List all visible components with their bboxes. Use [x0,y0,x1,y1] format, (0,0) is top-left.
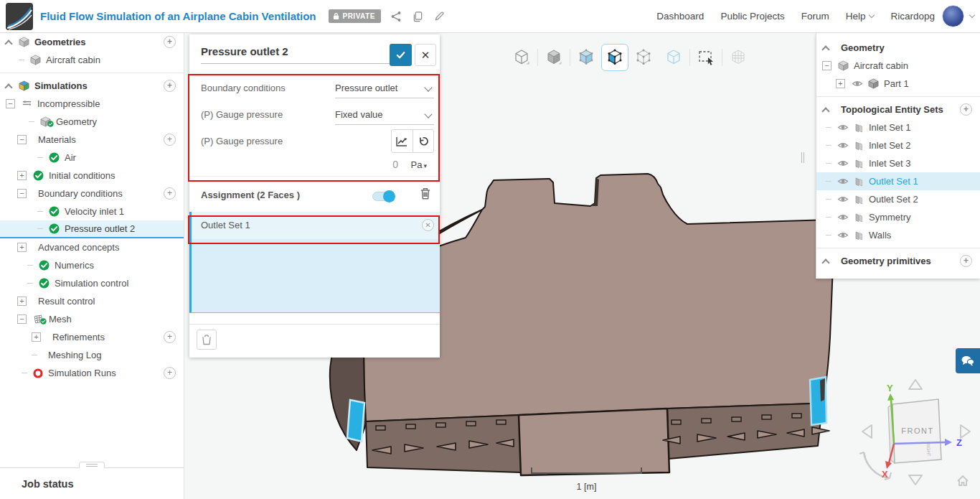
expander-plus-icon[interactable]: + [836,79,845,88]
section-header-topological-entity-sets[interactable]: Topological Entity Sets+ [816,101,980,118]
toolbar-select-vertex-button[interactable] [659,45,689,70]
section-header-geometry-primitives[interactable]: Geometry primitives+ [816,252,980,270]
assignment-toggle[interactable] [372,192,394,201]
clear-selection-button[interactable] [197,330,217,350]
section-header-geometries[interactable]: Geometries+ [0,33,184,51]
visibility-eye-icon[interactable] [837,213,849,222]
add-button[interactable]: + [164,331,176,343]
cancel-button[interactable]: ✕ [415,44,436,66]
toolbar-select-edge-button[interactable] [628,45,659,70]
tree-item-inlet-set-1[interactable]: Inlet Set 1 [816,118,980,136]
tree-item-outlet-set-1[interactable]: Outlet Set 1 [816,172,980,190]
expander-plus-icon[interactable]: + [17,297,27,306]
expander-plus-icon[interactable]: + [17,171,27,180]
tree-item-incompressible[interactable]: −Incompressible [0,95,184,113]
tree-item-geometry[interactable]: Geometry [0,113,184,131]
simscale-logo[interactable] [6,3,33,30]
nav-ricardopg[interactable]: Ricardopg [890,11,935,22]
add-button[interactable]: + [164,36,176,48]
nav-dashboard[interactable]: Dashboard [656,11,704,22]
visibility-eye-icon[interactable] [837,195,849,204]
nav-help[interactable]: Help [846,11,875,22]
tree-item-walls[interactable]: Walls [816,226,980,244]
add-button[interactable]: + [164,134,176,146]
section-header-simulations[interactable]: Simulations+ [0,77,184,95]
project-title[interactable]: Fluid Flow Simulation of an Airplane Cab… [40,10,316,22]
expander-minus-icon[interactable]: − [6,99,15,108]
rotate-down-arrow[interactable] [909,475,922,485]
aisle-box[interactable] [519,409,669,475]
chevron-up-icon[interactable] [821,107,829,115]
dropdown-fixed-value[interactable]: Fixed value [335,104,434,125]
rotate-left-arrow[interactable] [862,425,872,438]
tree-item-pressure-outlet-2[interactable]: Pressure outlet 2 [0,220,184,238]
visibility-eye-icon[interactable] [837,123,849,132]
rename-button[interactable] [433,10,446,22]
toolbar-view-cube-solid-button[interactable] [539,45,569,70]
remove-chip-icon[interactable]: ✕ [422,219,434,231]
panel-resize-handle[interactable] [801,152,806,163]
pressure-value-input[interactable]: 0 [392,159,398,170]
tree-item-simulation-runs[interactable]: Simulation Runs+ [0,364,184,382]
avatar[interactable] [942,5,964,27]
expander-minus-icon[interactable]: − [17,314,27,324]
section-header-geometry[interactable]: Geometry [816,39,980,57]
outlet-face-left[interactable] [347,400,364,442]
nav-public-projects[interactable]: Public Projects [720,11,784,22]
tree-item-outlet-set-2[interactable]: Outlet Set 2 [816,190,980,208]
home-icon[interactable] [958,476,968,485]
delete-assignment-button[interactable] [419,187,433,201]
tree-item-numerics[interactable]: Numerics [0,256,184,274]
nav-forum[interactable]: Forum [801,11,829,22]
visibility-eye-icon[interactable] [852,79,863,88]
add-button[interactable]: + [164,80,176,92]
orientation-gizmo[interactable]: FRONT RIGHT Y Z X [852,368,980,497]
confirm-button[interactable] [390,44,412,66]
tree-item-simulation-control[interactable]: Simulation control [0,274,184,292]
tree-item-meshing-log[interactable]: Meshing Log [0,346,184,364]
reset-value-button[interactable] [413,130,434,152]
chevron-up-icon[interactable] [4,39,12,47]
visibility-eye-icon[interactable] [837,141,849,150]
toolbar-view-cube-outline-button[interactable] [507,45,537,70]
add-button[interactable]: + [960,103,972,116]
tree-item-advanced-concepts[interactable]: +Advanced concepts [0,238,184,256]
tree-item-materials[interactable]: −Materials+ [0,131,184,149]
add-button[interactable]: + [164,187,176,200]
panel-title-input[interactable]: Pressure outlet 2 [201,45,391,64]
tree-item-initial-conditions[interactable]: +Initial conditions [0,167,184,185]
tree-item-velocity-inlet-1[interactable]: Velocity inlet 1 [0,202,184,220]
assignment-chip-outlet-set-1[interactable]: Outlet Set 1 ✕ [189,212,440,239]
tree-item-refinements[interactable]: +Refinements+ [0,328,184,346]
expander-plus-icon[interactable]: + [17,243,27,252]
rotate-up-arrow[interactable] [909,380,922,389]
sidebar-collapse-tab[interactable] [79,462,105,468]
tree-item-air[interactable]: Air [0,149,184,167]
expander-minus-icon[interactable]: − [17,189,27,198]
chevron-up-icon[interactable] [821,45,829,53]
visibility-eye-icon[interactable] [837,159,849,168]
tree-item-aircraft-cabin[interactable]: Aircraft cabin [0,51,184,69]
visibility-eye-icon[interactable] [837,177,849,186]
share-button[interactable] [390,10,402,22]
account-chevron-down-icon[interactable] [969,12,975,18]
tree-item-mesh[interactable]: −Mesh [0,310,184,328]
chevron-up-icon[interactable] [4,83,12,91]
toolbar-box-select-button[interactable] [691,45,721,70]
tree-item-inlet-set-2[interactable]: Inlet Set 2 [816,136,980,154]
tree-item-part-1[interactable]: +Part 1 [816,75,980,93]
expander-minus-icon[interactable]: − [17,135,27,144]
copy-button[interactable] [412,10,424,22]
tree-item-symmetry[interactable]: Symmetry [816,208,980,226]
tree-item-aircraft-cabin[interactable]: −Aircraft cabin [816,57,980,75]
tree-item-result-control[interactable]: +Result control [0,292,184,310]
tree-item-boundary-conditions[interactable]: −Boundary conditions+ [0,185,184,202]
expander-plus-icon[interactable]: + [32,332,41,342]
unit-dropdown[interactable]: Pa▾ [411,159,427,170]
visibility-eye-icon[interactable] [837,230,849,240]
dropdown-pressure-outlet[interactable]: Pressure outlet [335,78,434,98]
add-button[interactable]: + [164,367,176,379]
tree-item-inlet-set-3[interactable]: Inlet Set 3 [816,154,980,172]
table-input-button[interactable] [392,130,413,152]
job-status-panel[interactable]: Job status [0,467,184,499]
